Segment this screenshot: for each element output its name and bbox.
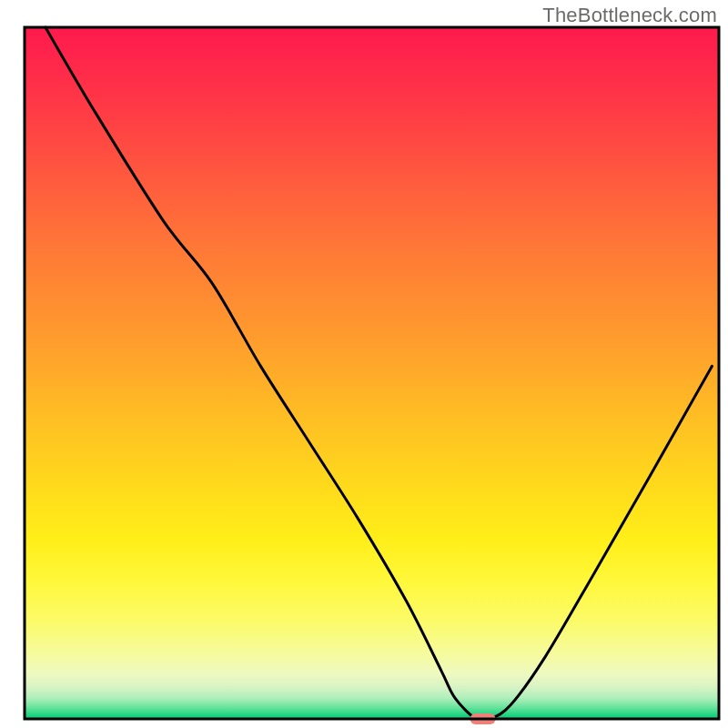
watermark-text: TheBottleneck.com [542, 4, 717, 27]
chart-svg [0, 0, 728, 728]
svg-rect-0 [25, 27, 719, 719]
bottleneck-chart: TheBottleneck.com [0, 0, 728, 728]
